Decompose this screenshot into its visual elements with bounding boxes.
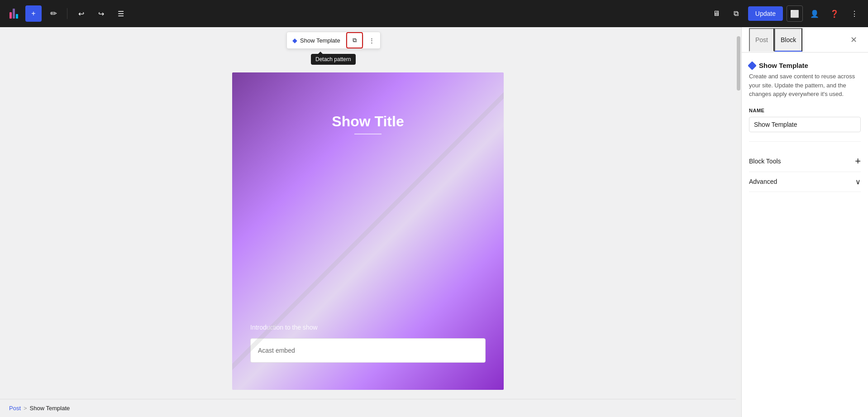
tab-post[interactable]: Post (749, 28, 774, 52)
panel-description: Create and save content to reuse across … (749, 72, 861, 99)
redo-button[interactable]: ↪ (93, 5, 109, 22)
panel-header: Post Block ✕ (742, 27, 868, 53)
detach-tooltip: Detach pattern (311, 54, 356, 65)
block-toolbar: ◆ Show Template ⧉ ⋮ Detach pattern (286, 32, 381, 49)
toolbar-divider (67, 8, 67, 19)
content-block: Show Title Introduction to the show Acas… (232, 72, 504, 390)
advanced-label: Advanced (749, 178, 777, 185)
breadcrumb: Post > Show Template (0, 399, 736, 417)
show-template-button[interactable]: ◆ Show Template (287, 33, 346, 48)
detach-pattern-button[interactable]: ⧉ (346, 32, 363, 48)
help-button[interactable]: ❓ (826, 5, 843, 22)
breadcrumb-current: Show Template (30, 405, 70, 412)
block-tools-label: Block Tools (749, 158, 781, 165)
section-title-label: Show Template (759, 62, 808, 69)
show-template-label: Show Template (300, 37, 340, 44)
name-label: NAME (749, 108, 861, 113)
add-block-button[interactable]: + (25, 5, 42, 22)
tab-block[interactable]: Block (774, 28, 802, 52)
block-tools-add-button[interactable]: + (855, 156, 861, 166)
advanced-collapse-button[interactable]: ∨ (855, 177, 861, 186)
menu-button[interactable]: ☰ (113, 5, 129, 22)
panel-body: Show Template Create and save content to… (742, 53, 868, 417)
update-button[interactable]: Update (748, 6, 783, 21)
panel-section-title: Show Template (749, 62, 861, 69)
embed-box: Acast embed (250, 338, 486, 363)
diamond-icon: ◆ (292, 37, 297, 44)
scrollbar-track (736, 27, 741, 417)
editor-canvas: ◆ Show Template ⧉ ⋮ Detach pattern Show … (0, 27, 736, 399)
main-layout: ◆ Show Template ⧉ ⋮ Detach pattern Show … (0, 27, 868, 417)
scrollbar-thumb[interactable] (737, 36, 740, 91)
show-title: Show Title (232, 113, 504, 130)
toolbar-right: 🖥 ⧉ Update ⬜ 👤 ❓ ⋮ (708, 5, 863, 22)
more-block-options-button[interactable]: ⋮ (363, 34, 380, 48)
diamond-icon (748, 61, 757, 70)
undo-button[interactable]: ↩ (73, 5, 89, 22)
more-icon: ⋮ (369, 37, 375, 44)
editor-area: ◆ Show Template ⧉ ⋮ Detach pattern Show … (0, 27, 736, 417)
right-panel: Post Block ✕ Show Template Create and sa… (741, 27, 868, 417)
title-underline (354, 134, 382, 134)
name-input[interactable] (749, 117, 861, 132)
more-options-button[interactable]: ⋮ (846, 5, 863, 22)
external-view-button[interactable]: ⧉ (728, 5, 744, 22)
panel-close-button[interactable]: ✕ (846, 33, 861, 47)
block-tools-row: Block Tools + (749, 151, 861, 172)
advanced-row: Advanced ∨ (749, 172, 861, 192)
breadcrumb-separator: > (24, 405, 27, 412)
block-toggle-button[interactable]: ⬜ (787, 5, 803, 22)
app-logo (5, 5, 22, 22)
tools-button[interactable]: ✏ (45, 5, 62, 22)
top-toolbar: + ✏ ↩ ↪ ☰ 🖥 ⧉ Update ⬜ 👤 ❓ ⋮ (0, 0, 868, 27)
monitor-view-button[interactable]: 🖥 (708, 5, 725, 22)
detach-icon: ⧉ (353, 37, 357, 44)
user-icon-button[interactable]: 👤 (806, 5, 823, 22)
intro-text: Introduction to the show (250, 324, 318, 331)
breadcrumb-post-link[interactable]: Post (9, 405, 21, 412)
panel-divider (749, 141, 861, 142)
